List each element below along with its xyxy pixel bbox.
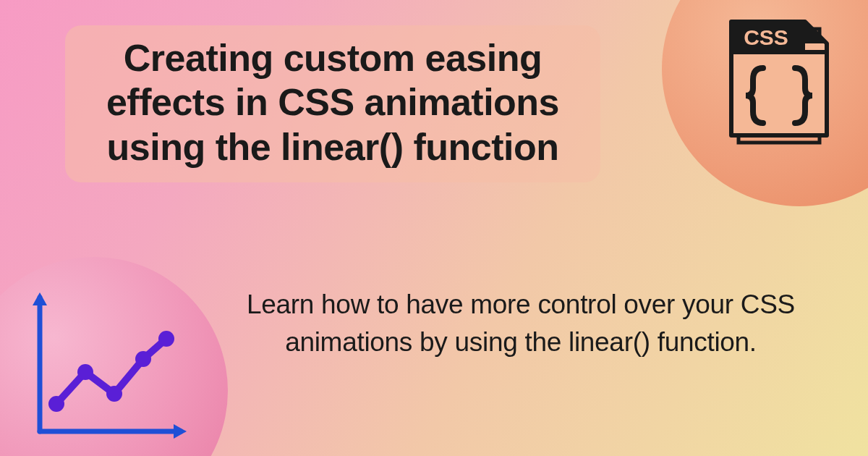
svg-point-8 — [158, 331, 174, 347]
svg-point-6 — [106, 386, 122, 402]
svg-point-5 — [77, 364, 93, 380]
line-chart-icon — [22, 287, 192, 449]
page-title: Creating custom easing effects in CSS an… — [85, 36, 580, 169]
css-file-icon: CSS — [726, 16, 838, 153]
svg-text:CSS: CSS — [744, 25, 788, 49]
svg-point-7 — [135, 351, 151, 367]
svg-point-4 — [48, 396, 64, 412]
title-container: Creating custom easing effects in CSS an… — [65, 25, 600, 182]
page-subtitle: Learn how to have more control over your… — [217, 286, 825, 361]
